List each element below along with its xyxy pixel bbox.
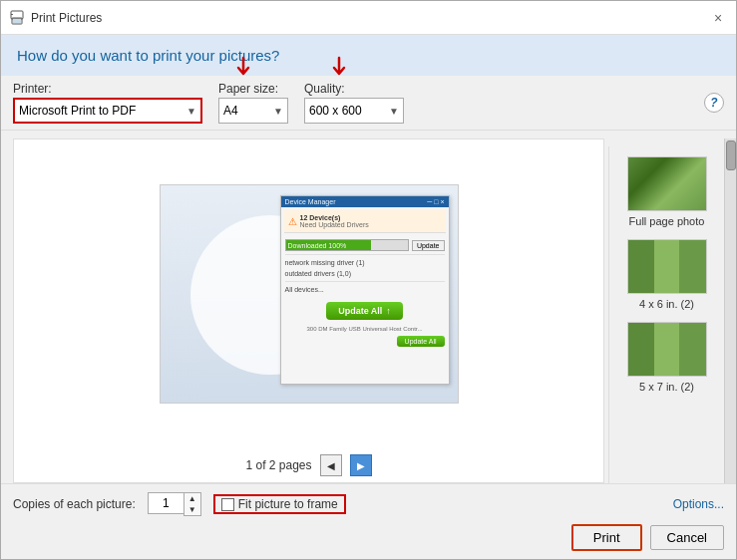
printer-label: Printer: [13,82,202,96]
copies-spinners: ▲ ▼ [184,492,201,516]
toolbar-row: Printer: Microsoft Print to PDF ▼ Paper … [1,76,736,131]
dialog-title: Print Pictures [31,11,102,25]
printer-dropdown-arrow: ▼ [186,106,196,117]
scrollbar-track[interactable] [724,139,736,483]
page-navigation: 1 of 2 pages ◀ ▶ [245,454,371,476]
printer-field: Printer: Microsoft Print to PDF ▼ [13,82,202,124]
copies-label: Copies of each picture: [13,497,136,511]
quality-label: Quality: [304,82,404,96]
bottom-area: Copies of each picture: ▲ ▼ Fit picture … [1,483,736,559]
thumb-5x7-label: 5 x 7 in. (2) [639,381,694,393]
help-button[interactable]: ? [704,93,724,113]
svg-rect-2 [13,19,21,23]
copies-input-wrap: ▲ ▼ [148,492,201,516]
update-all-btn-2[interactable]: Update All [397,336,445,347]
preview-screenshot: Device Manager ─ □ × ⚠ 12 Device(s) Need… [160,184,459,404]
thumb-full-page-image [627,156,707,211]
prev-page-button[interactable]: ◀ [320,454,342,476]
paper-size-select[interactable]: A4 ▼ [218,98,288,124]
print-button[interactable]: Print [571,524,642,551]
title-bar-left: Print Pictures [9,10,102,26]
fit-picture-checkbox[interactable] [221,498,234,511]
print-dialog-icon [9,10,25,26]
quality-dropdown-arrow: ▼ [389,106,399,117]
preview-window-title: Device Manager ─ □ × [281,196,449,207]
copies-down-button[interactable]: ▼ [184,504,200,515]
thumb-5x7-image [627,322,707,377]
paper-size-value: A4 [223,104,238,118]
alert-sub: Need Updated Drivers [300,221,369,228]
driver-alert: ⚠ 12 Device(s) Need Updated Drivers [284,210,446,233]
copies-input[interactable] [148,492,184,514]
thumb-full-page-label: Full page photo [629,215,705,227]
annotation-arrow-quality [324,56,354,84]
title-bar: Print Pictures × [1,1,736,35]
copies-up-button[interactable]: ▲ [184,493,200,504]
warning-icon: ⚠ [288,216,297,227]
thumb-full-page-bg [628,157,706,210]
printer-select[interactable]: Microsoft Print to PDF ▼ [13,98,202,124]
update-btn[interactable]: Update [412,240,445,251]
next-page-button[interactable]: ▶ [350,454,372,476]
page-indicator: 1 of 2 pages [245,458,311,472]
quality-field: Quality: 600 x 600 ▼ [304,82,404,124]
thumb-5x7[interactable]: 5 x 7 in. (2) [613,316,720,399]
paper-size-field: Paper size: A4 ▼ [218,82,288,124]
fit-picture-checkbox-wrap[interactable]: Fit picture to frame [213,494,346,514]
thumb-full-page[interactable]: Full page photo [613,150,720,233]
thumb-4x6-bg [628,240,706,293]
thumb-4x6-image [627,239,707,294]
downloaded-bar: Downloaded 100% [285,239,409,251]
print-dialog: Print Pictures × How do you want to prin… [0,0,737,560]
cancel-button[interactable]: Cancel [650,525,724,550]
alert-text: 12 Device(s) [300,214,369,221]
preview-window: Device Manager ─ □ × ⚠ 12 Device(s) Need… [280,195,450,385]
thumbnails-outer: Full page photo 4 x 6 in. (2) 5 x 7 in. … [608,139,736,483]
thumb-4x6[interactable]: 4 x 6 in. (2) [613,233,720,316]
preview-image-area: Device Manager ─ □ × ⚠ 12 Device(s) Need… [14,140,603,448]
bottom-controls-row: Copies of each picture: ▲ ▼ Fit picture … [13,492,724,516]
quality-select[interactable]: 600 x 600 ▼ [304,98,404,124]
action-buttons-row: Print Cancel [13,524,724,551]
thumb-4x6-label: 4 x 6 in. (2) [639,298,694,310]
thumb-5x7-bg [628,323,706,376]
update-all-btn[interactable]: Update All ↑ [326,302,403,320]
printer-value: Microsoft Print to PDF [19,104,136,118]
fit-picture-label: Fit picture to frame [238,497,338,511]
main-area: Device Manager ─ □ × ⚠ 12 Device(s) Need… [1,131,736,483]
close-button[interactable]: × [708,8,728,28]
thumbnails-panel: Full page photo 4 x 6 in. (2) 5 x 7 in. … [608,146,724,483]
svg-rect-3 [11,14,13,15]
quality-value: 600 x 600 [309,104,362,118]
paper-size-dropdown-arrow: ▼ [273,106,283,117]
annotation-arrow-paper [228,56,258,84]
preview-panel: Device Manager ─ □ × ⚠ 12 Device(s) Need… [13,139,604,483]
scrollbar-thumb[interactable] [726,140,736,170]
options-link[interactable]: Options... [673,497,724,511]
paper-size-label: Paper size: [218,82,288,96]
header-text: How do you want to print your pictures? [1,35,736,76]
